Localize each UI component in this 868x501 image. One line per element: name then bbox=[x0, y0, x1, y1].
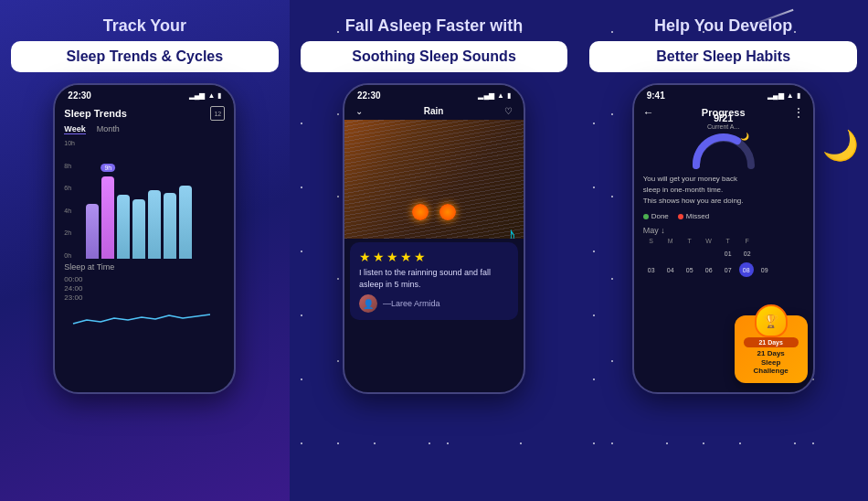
wifi-icon-2: ▲ bbox=[497, 91, 504, 100]
heart-icon[interactable]: ♡ bbox=[504, 106, 513, 116]
panel2-heading-box: Soothing Sleep Sounds bbox=[301, 41, 568, 72]
bar-rect-6 bbox=[164, 193, 176, 259]
phone1-time: 22:30 bbox=[68, 91, 91, 101]
missed-label: Missed bbox=[686, 212, 709, 220]
bar-4 bbox=[132, 199, 145, 259]
cal-day-08-highlight: 08 bbox=[739, 262, 754, 277]
cal-day-01: 01 bbox=[720, 246, 736, 261]
star-5: ★ bbox=[414, 250, 426, 264]
progress-screen: ← Progress ⋮ 🌙 9/21 Current A... bbox=[634, 102, 813, 394]
bar-2-highlight: 9h bbox=[101, 176, 114, 259]
phone1-status-bar: 22:30 ▂▄▆ ▲ ▮ bbox=[55, 85, 234, 102]
sleep-trends-screen: Sleep Trends 12 Week Month 10h 8h 6h 4h … bbox=[55, 102, 234, 394]
challenge-badge-icon: 🏆 bbox=[755, 304, 788, 337]
panel3-heading-box-text: Better Sleep Habits bbox=[656, 48, 790, 64]
panel2-heading-small: Fall Asleep Faster with bbox=[345, 16, 523, 36]
panel2-heading-box-text: Soothing Sleep Sounds bbox=[352, 48, 516, 64]
done-label: Done bbox=[651, 212, 669, 220]
battery-icon-2: ▮ bbox=[507, 91, 511, 100]
y-label-2h: 2h bbox=[64, 229, 75, 236]
panel-sleep-trends: Track Your Sleep Trends & Cycles 22:30 ▂… bbox=[0, 0, 290, 501]
chevron-down-icon[interactable]: ⌄ bbox=[355, 106, 363, 116]
rain-image: ♪ bbox=[344, 120, 524, 239]
y-label-4h: 4h bbox=[64, 208, 75, 214]
orange-light-2 bbox=[439, 204, 456, 220]
tab-month[interactable]: Month bbox=[97, 124, 120, 134]
sparkline-svg bbox=[64, 305, 219, 331]
done-dot bbox=[643, 214, 649, 219]
panel1-heading-small: Track Your bbox=[103, 16, 186, 36]
fraction-display: 9/21 bbox=[707, 112, 739, 123]
calendar-icon: 12 bbox=[210, 106, 225, 121]
star-3: ★ bbox=[386, 250, 398, 264]
chart-y-labels: 10h 8h 6h 4h 2h 0h bbox=[64, 140, 75, 259]
panel1-heading-box-text: Sleep Trends & Cycles bbox=[67, 48, 224, 64]
reviewer-row: 👤 —Laree Armida bbox=[359, 294, 509, 313]
signal-icon-2: ▂▄▆ bbox=[478, 91, 494, 100]
month-label: May ↓ bbox=[643, 226, 804, 235]
cal-header-row: S M T W T F bbox=[643, 238, 804, 244]
bar-rect-2 bbox=[101, 176, 114, 259]
cal-day-09: 09 bbox=[757, 262, 773, 277]
challenge-title-text: 21 DaysSleep Challenge bbox=[744, 349, 799, 376]
cal-header-s1: S bbox=[643, 238, 660, 244]
bar-rect-4 bbox=[132, 199, 145, 259]
time-label-1: 00:00 bbox=[64, 275, 225, 283]
cal-day-04: 04 bbox=[662, 262, 679, 277]
tab-week[interactable]: Week bbox=[64, 124, 85, 134]
rain-header: ⌄ Rain ♡ bbox=[344, 102, 524, 120]
phone2-status-bar: 22:30 ▂▄▆ ▲ ▮ bbox=[344, 85, 524, 102]
wifi-icon-3: ▲ bbox=[787, 91, 794, 100]
panel-sleep-habits: 🌙 Help You Develop Better Sleep Habits 9… bbox=[578, 0, 868, 501]
phone2-status-icons: ▂▄▆ ▲ ▮ bbox=[478, 91, 511, 100]
star-4: ★ bbox=[400, 250, 412, 264]
sleep-at-time-label: Sleep at Time bbox=[64, 262, 225, 272]
bar-1 bbox=[86, 204, 99, 259]
cal-header-w: W bbox=[701, 238, 717, 244]
y-label-8h: 8h bbox=[64, 163, 75, 169]
battery-icon: ▮ bbox=[217, 91, 221, 100]
arc-progress: 🌙 9/21 Current A... bbox=[643, 124, 804, 170]
cal-header-t1: T bbox=[682, 238, 698, 244]
sleep-trends-title-row: Sleep Trends 12 bbox=[64, 106, 225, 121]
cal-empty-4 bbox=[701, 246, 717, 261]
bar-7 bbox=[179, 186, 192, 259]
panel3-heading-small: Help You Develop bbox=[654, 16, 792, 36]
phone3-time: 9:41 bbox=[647, 91, 665, 101]
panel-sleep-sounds: Fall Asleep Faster with Soothing Sleep S… bbox=[290, 0, 579, 501]
bar-5 bbox=[148, 190, 161, 259]
bar-rect-1 bbox=[86, 204, 99, 259]
reviewer-avatar: 👤 bbox=[359, 294, 377, 313]
cal-day-07: 07 bbox=[720, 262, 736, 277]
time-label-2: 24:00 bbox=[64, 284, 225, 293]
bar-rect-7 bbox=[179, 186, 192, 259]
legend-missed: Missed bbox=[678, 212, 709, 220]
panel3-heading-box: Better Sleep Habits bbox=[589, 41, 857, 72]
bar-label-9h: 9h bbox=[101, 164, 115, 172]
wifi-icon: ▲ bbox=[207, 91, 215, 100]
phone2-time: 22:30 bbox=[357, 91, 381, 101]
challenge-card[interactable]: 🏆 21 Days 21 DaysSleep Challenge bbox=[735, 315, 808, 383]
cal-header-f: F bbox=[739, 238, 756, 244]
sparkline bbox=[64, 305, 225, 333]
legend-row: Done Missed bbox=[643, 212, 804, 220]
legend-done: Done bbox=[643, 212, 669, 220]
cal-header-t2: T bbox=[720, 238, 736, 244]
panel1-heading-box: Sleep Trends & Cycles bbox=[11, 41, 279, 72]
y-label-10h: 10h bbox=[64, 140, 75, 146]
more-icon[interactable]: ⋮ bbox=[793, 106, 804, 119]
star-1: ★ bbox=[359, 250, 371, 264]
bar-rect-3 bbox=[117, 195, 130, 259]
cal-empty-2 bbox=[662, 246, 679, 261]
signal-icon: ▂▄▆ bbox=[189, 91, 206, 100]
signal-icon-3: ▂▄▆ bbox=[767, 91, 784, 100]
fraction-sub: Current A... bbox=[707, 123, 739, 130]
cal-day-05: 05 bbox=[682, 262, 698, 277]
calendar-grid: S M T W T F 01 02 03 04 bbox=[643, 238, 804, 277]
challenge-days-badge: 21 Days bbox=[744, 337, 799, 347]
reviewer-name: —Laree Armida bbox=[383, 299, 440, 308]
rain-screen: ⌄ Rain ♡ ♪ ★ ★ ★ ★ ★ I listen to bbox=[344, 102, 524, 394]
review-text: I listen to the rainning sound and fall … bbox=[359, 267, 509, 290]
cal-day-02: 02 bbox=[739, 246, 756, 261]
back-icon[interactable]: ← bbox=[643, 106, 654, 119]
